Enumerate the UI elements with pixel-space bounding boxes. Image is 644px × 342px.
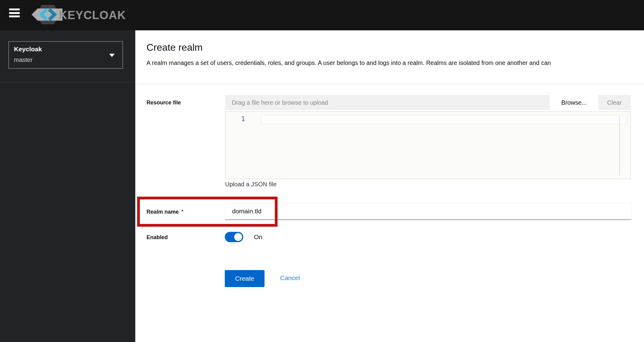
realm-name-label: Realm name — [147, 209, 179, 215]
realm-name-label-wrap: Realm name* — [147, 209, 184, 215]
json-code-editor[interactable]: 1 — [225, 111, 631, 179]
realm-selector-dropdown[interactable]: Keycloak master — [8, 41, 123, 69]
file-upload-filename-input[interactable] — [225, 95, 550, 110]
keycloak-admin-console: KEYCLOAK Keycloak master Create realm A … — [0, 0, 644, 342]
toggle-knob — [234, 233, 242, 241]
browse-button[interactable]: Browse... — [550, 95, 598, 110]
editor-scrollbar[interactable] — [619, 116, 620, 175]
upload-helper-text: Upload a JSON file — [225, 181, 277, 188]
hamburger-menu-button[interactable] — [9, 8, 20, 17]
realm-selector-title: Keycloak — [14, 46, 42, 53]
page-title: Create realm — [147, 42, 203, 53]
editor-line-number: 1 — [241, 115, 245, 123]
cancel-link[interactable]: Cancel — [280, 274, 300, 282]
required-asterisk: * — [181, 209, 184, 215]
clear-button[interactable]: Clear — [598, 95, 631, 110]
main-content: Create realm A realm manages a set of us… — [135, 30, 644, 342]
create-button[interactable]: Create — [225, 270, 265, 287]
resource-file-label: Resource file — [147, 100, 181, 106]
caret-down-icon — [109, 54, 115, 57]
enabled-toggle[interactable] — [225, 232, 243, 242]
page-description: A realm manages a set of users, credenti… — [147, 59, 643, 66]
enabled-state-label: On — [254, 233, 262, 241]
file-upload-field: Browse... Clear — [225, 95, 631, 110]
keycloak-logo-icon — [31, 4, 62, 27]
editor-active-line — [261, 115, 626, 124]
sidebar-divider — [0, 83, 135, 83]
keycloak-brand[interactable]: KEYCLOAK — [31, 4, 126, 26]
realm-name-input[interactable] — [225, 203, 632, 220]
brand-text: KEYCLOAK — [59, 9, 126, 22]
masthead: KEYCLOAK — [0, 0, 644, 30]
sidebar: Keycloak master — [0, 30, 135, 342]
current-realm-name: master — [14, 56, 32, 63]
hamburger-icon — [9, 8, 20, 10]
enabled-label: Enabled — [147, 234, 168, 241]
header-divider — [135, 84, 644, 84]
